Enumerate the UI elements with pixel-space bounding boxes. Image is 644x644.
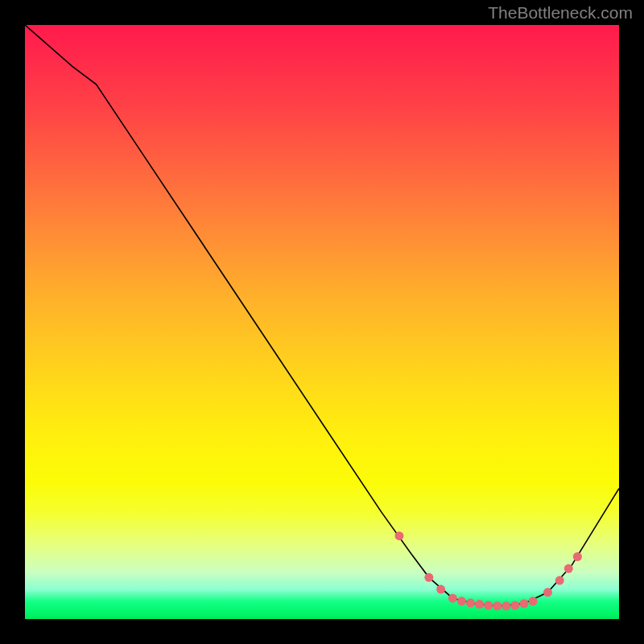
bottleneck-curve xyxy=(25,25,619,606)
highlight-dot xyxy=(457,597,466,605)
highlight-dot xyxy=(475,600,484,609)
highlight-dot xyxy=(573,552,582,561)
highlight-dot xyxy=(502,601,510,610)
highlight-dot xyxy=(436,585,445,594)
highlight-dot xyxy=(466,599,475,608)
watermark: TheBottleneck.com xyxy=(488,3,633,23)
chart-plot xyxy=(25,25,619,619)
highlight-dot xyxy=(493,601,502,610)
highlight-dot xyxy=(424,573,433,582)
highlight-dot xyxy=(484,601,493,610)
highlight-dot xyxy=(555,576,564,585)
highlight-dot xyxy=(394,531,403,540)
highlight-dot xyxy=(528,597,537,605)
highlight-dots-group xyxy=(394,531,581,610)
highlight-dot xyxy=(519,599,528,608)
chart-overlay xyxy=(25,25,619,619)
highlight-dot xyxy=(543,588,552,597)
highlight-dot xyxy=(448,594,457,603)
highlight-dot xyxy=(564,564,573,573)
highlight-dot xyxy=(510,601,519,610)
